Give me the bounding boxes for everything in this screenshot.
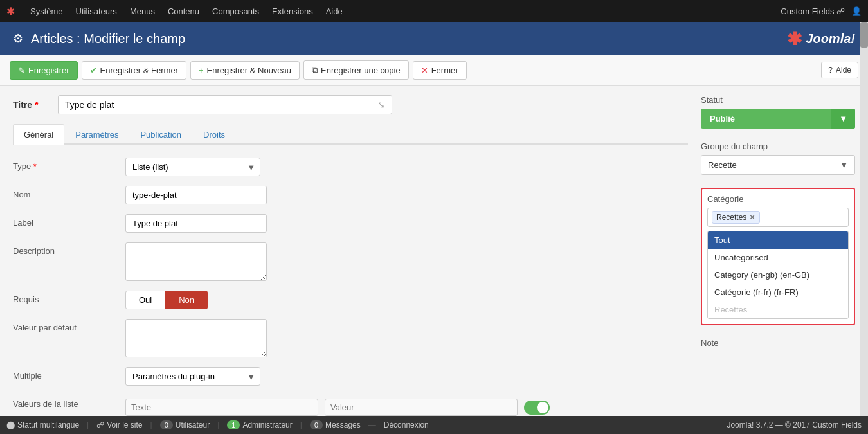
menu-menus[interactable]: Menus bbox=[123, 0, 161, 22]
save-close-button[interactable]: ✔ Enregistrer & Fermer bbox=[82, 61, 186, 80]
title-label-text: Titre bbox=[13, 100, 32, 110]
requis-toggle-group: Oui Non bbox=[125, 291, 208, 309]
dropdown-item-category-en[interactable]: Category (en-gb) (en-GB) bbox=[708, 266, 848, 284]
nom-input[interactable] bbox=[125, 186, 267, 204]
joomla-star-icon[interactable]: ✱ bbox=[6, 5, 15, 17]
save-close-label: Enregistrer & Fermer bbox=[100, 66, 178, 75]
status-bar-left: ⬤ Statut multilangue | ☍ Voir le site | … bbox=[6, 420, 429, 429]
left-panel: Titre * ⤡ Général Paramètres Publication… bbox=[13, 95, 688, 426]
tag-recettes-remove[interactable]: ✕ bbox=[749, 213, 755, 221]
statut-dropdown[interactable]: Publié ▼ bbox=[701, 109, 855, 129]
voir-site-item[interactable]: ☍ Voir le site bbox=[96, 420, 142, 429]
toolbar-left: ✎ Enregistrer ✔ Enregistrer & Fermer + E… bbox=[10, 60, 467, 80]
copy-icon: ⧉ bbox=[312, 65, 318, 75]
groupe-caret-icon[interactable]: ▼ bbox=[833, 156, 854, 174]
note-label: Note bbox=[701, 338, 855, 348]
save-new-label: Enregistrer & Nouveau bbox=[207, 66, 292, 75]
messages-item[interactable]: 0 Messages bbox=[310, 420, 361, 429]
save-copy-button[interactable]: ⧉ Enregistrer une copie bbox=[303, 60, 409, 80]
top-bar: ✱ Système Utilisateurs Menus Contenu Com… bbox=[0, 0, 868, 22]
title-input[interactable] bbox=[65, 100, 374, 110]
menu-utilisateurs[interactable]: Utilisateurs bbox=[69, 0, 123, 22]
nom-field: Nom bbox=[13, 186, 688, 204]
deconnexion-item[interactable]: Déconnexion bbox=[384, 420, 429, 429]
menu-systeme[interactable]: Système bbox=[24, 0, 69, 22]
categorie-tag-row: Recettes ✕ bbox=[707, 208, 849, 227]
title-label: Titre * bbox=[13, 100, 51, 110]
valeurs-texte-input[interactable] bbox=[125, 399, 318, 416]
help-button[interactable]: ? Aide bbox=[821, 62, 858, 78]
categorie-box: Catégorie Recettes ✕ Tout Uncategorised … bbox=[701, 188, 855, 325]
tab-general[interactable]: Général bbox=[13, 124, 64, 145]
multiple-label: Multiple bbox=[13, 367, 116, 381]
toolbar-right: ? Aide bbox=[821, 62, 858, 78]
note-section: Note bbox=[701, 338, 855, 348]
groupe-dropdown[interactable]: Recette ▼ bbox=[701, 155, 855, 175]
scrollbar-thumb[interactable] bbox=[860, 22, 868, 48]
scrollbar[interactable] bbox=[860, 22, 868, 416]
valeur-defaut-label: Valeur par défaut bbox=[13, 319, 116, 332]
custom-fields-link[interactable]: Custom Fields ☍ bbox=[781, 6, 845, 16]
status-bar: ⬤ Statut multilangue | ☍ Voir le site | … bbox=[0, 416, 868, 434]
help-label: Aide bbox=[836, 66, 851, 75]
close-button[interactable]: ✕ Fermer bbox=[413, 61, 467, 80]
title-expand-icon[interactable]: ⤡ bbox=[377, 100, 385, 110]
statut-multilangue-item[interactable]: ⬤ Statut multilangue bbox=[6, 420, 79, 429]
save-label: Enregistrer bbox=[28, 66, 69, 75]
categorie-dropdown: Tout Uncategorised Category (en-gb) (en-… bbox=[707, 231, 849, 319]
groupe-section: Groupe du champ Recette ▼ bbox=[701, 141, 855, 175]
version-label: Joomla! 3.7.2 — © 2017 Custom Fields bbox=[727, 420, 862, 429]
tab-droits[interactable]: Droits bbox=[192, 124, 236, 145]
requis-oui-button[interactable]: Oui bbox=[125, 291, 165, 309]
menu-aide[interactable]: Aide bbox=[320, 0, 349, 22]
statut-caret-icon[interactable]: ▼ bbox=[831, 109, 855, 129]
save-button[interactable]: ✎ Enregistrer bbox=[10, 61, 78, 80]
type-label: Type * bbox=[13, 158, 116, 171]
menu-contenu[interactable]: Contenu bbox=[161, 0, 206, 22]
valeurs-toggle[interactable] bbox=[524, 401, 550, 415]
save-new-button[interactable]: + Enregistrer & Nouveau bbox=[190, 61, 300, 80]
categorie-search-input[interactable] bbox=[763, 213, 844, 222]
statut-label: Statut bbox=[701, 95, 855, 105]
messages-label: Messages bbox=[325, 420, 361, 429]
tab-publication[interactable]: Publication bbox=[129, 124, 192, 145]
utilisateur-item[interactable]: 0 Utilisateur bbox=[160, 420, 210, 429]
menu-extensions[interactable]: Extensions bbox=[266, 0, 320, 22]
dropdown-item-uncategorised[interactable]: Uncategorised bbox=[708, 249, 848, 266]
help-icon: ? bbox=[828, 66, 833, 75]
requis-field: Requis Oui Non bbox=[13, 291, 688, 309]
categorie-tag-recettes: Recettes ✕ bbox=[712, 211, 760, 224]
valeur-defaut-input[interactable] bbox=[125, 319, 267, 357]
statut-value: Publié bbox=[701, 109, 831, 129]
admin-badge: 1 bbox=[227, 420, 240, 429]
page-title: Articles : Modifier le champ bbox=[31, 32, 185, 46]
voir-site-icon: ☍ bbox=[96, 420, 104, 429]
main-content: Titre * ⤡ Général Paramètres Publication… bbox=[0, 86, 868, 434]
tag-recettes-label: Recettes bbox=[716, 213, 746, 222]
dropdown-item-categorie-fr[interactable]: Catégorie (fr-fr) (fr-FR) bbox=[708, 284, 848, 301]
valeurs-row bbox=[125, 399, 550, 416]
admin-label: Administrateur bbox=[242, 420, 292, 429]
multiple-select[interactable]: Paramètres du plug-in bbox=[125, 367, 260, 386]
tab-parametres[interactable]: Paramètres bbox=[64, 124, 129, 145]
description-field: Description bbox=[13, 242, 688, 281]
label-label: Label bbox=[13, 214, 116, 228]
multiple-field: Multiple Paramètres du plug-in ▼ bbox=[13, 367, 688, 386]
menu-composants[interactable]: Composants bbox=[206, 0, 266, 22]
utilisateur-label: Utilisateur bbox=[176, 420, 210, 429]
type-select[interactable]: Liste (list) bbox=[125, 158, 260, 176]
top-bar-right: Custom Fields ☍ 👤 bbox=[781, 6, 862, 16]
dropdown-item-tout[interactable]: Tout bbox=[708, 231, 848, 249]
description-input[interactable] bbox=[125, 242, 267, 281]
page-header: ⚙ Articles : Modifier le champ ✱ Joomla! bbox=[0, 22, 868, 55]
groupe-value: Recette bbox=[701, 156, 833, 174]
user-icon[interactable]: 👤 bbox=[851, 6, 862, 16]
required-marker: * bbox=[35, 100, 38, 110]
requis-non-button[interactable]: Non bbox=[165, 291, 208, 309]
admin-item[interactable]: 1 Administrateur bbox=[227, 420, 293, 429]
valeurs-valeur-input[interactable] bbox=[325, 399, 518, 416]
label-field: Label bbox=[13, 214, 688, 233]
label-input[interactable] bbox=[125, 214, 267, 233]
separator-2: | bbox=[150, 420, 152, 429]
close-icon: ✕ bbox=[421, 66, 428, 75]
